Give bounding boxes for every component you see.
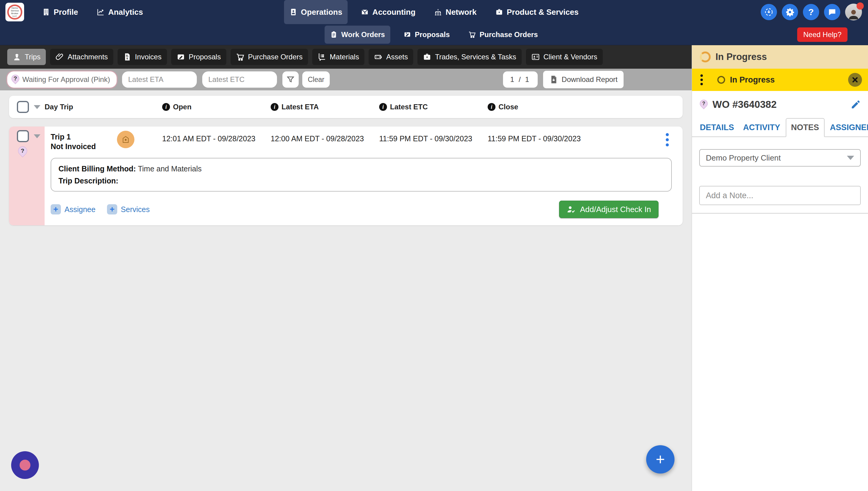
add-assignee-label: Assignee (64, 205, 95, 214)
status-kebab-menu[interactable] (698, 75, 705, 85)
trip-org-cell (117, 130, 162, 148)
column-label: Open (173, 103, 191, 111)
info-icon[interactable]: i (488, 103, 496, 111)
tab-label: Invoices (135, 53, 162, 61)
trip-description-label: Trip Description: (58, 176, 118, 185)
status-ring-icon (717, 76, 725, 84)
chevron-down-icon[interactable] (34, 134, 40, 138)
tab-label: Client & Vendors (543, 53, 597, 61)
plus-icon: + (51, 204, 61, 214)
nav-left-group: Profile Analytics (37, 3, 148, 22)
handtruck-icon (318, 53, 326, 61)
tab-label: Purchase Orders (248, 53, 303, 61)
subnav-item-proposals[interactable]: $ Proposals (398, 26, 455, 44)
edit-pencil-icon[interactable] (850, 99, 861, 110)
chevron-down-icon[interactable] (34, 105, 40, 109)
column-close[interactable]: i Close (488, 103, 596, 111)
info-icon[interactable]: i (271, 103, 279, 111)
download-report-button[interactable]: Download Report (543, 71, 623, 88)
trip-billing-box: Client Billing Method: Time and Material… (51, 158, 672, 192)
column-latest-eta[interactable]: i Latest ETA (271, 103, 379, 111)
trip-checkbox[interactable] (17, 130, 29, 142)
select-all-cell (9, 101, 45, 113)
settings-gear-icon[interactable] (782, 4, 798, 20)
column-open[interactable]: i Open (162, 103, 271, 111)
filter-toolbar: ? Waiting For Approval (Pink) Clear 1 / … (0, 69, 692, 90)
subnav-item-label: Proposals (415, 30, 450, 39)
status-header-band: In Progress (692, 45, 868, 69)
nav-item-operations[interactable]: Operations (284, 0, 347, 24)
tab-materials[interactable]: Materials (312, 49, 364, 65)
nav-item-profile[interactable]: Profile (37, 3, 83, 22)
select-all-checkbox[interactable] (17, 101, 29, 113)
tab-trips[interactable]: Trips (7, 49, 46, 65)
nav-item-label: Profile (54, 7, 78, 17)
pagination-indicator[interactable]: 1 / 1 (503, 71, 538, 88)
client-select-dropdown[interactable]: Demo Property Client (699, 149, 861, 167)
add-services-label: Services (121, 205, 150, 214)
nav-item-network[interactable]: Network (429, 0, 482, 24)
column-latest-etc[interactable]: i Latest ETC (379, 103, 488, 111)
add-fab-button[interactable]: + (646, 445, 674, 473)
tab-attachments[interactable]: Attachments (50, 49, 113, 65)
tab-invoices[interactable]: $ Invoices (117, 49, 167, 65)
timer-download-icon[interactable] (761, 4, 777, 20)
need-help-button[interactable]: Need Help? (797, 27, 847, 42)
trip-status-pin-icon: ? (16, 145, 29, 157)
tab-proposals[interactable]: Proposals (171, 49, 226, 65)
nav-item-accounting[interactable]: $ Accounting (356, 0, 421, 24)
status-filter-chip[interactable]: ? Waiting For Approval (Pink) (7, 71, 117, 88)
paperclip-icon (55, 53, 64, 61)
subnav-group: Work Orders $ Proposals Purchase Orders (325, 24, 543, 45)
download-report-label: Download Report (562, 75, 618, 84)
trip-title-cell: Trip 1 Not Invoiced (45, 130, 117, 151)
info-icon[interactable]: i (162, 103, 170, 111)
company-logo[interactable]: Demo Service Broker LLC (5, 3, 24, 21)
add-note-input[interactable] (699, 186, 861, 205)
tab-notes[interactable]: NOTES (786, 118, 824, 137)
trip-kebab-menu[interactable] (666, 130, 669, 146)
billing-method-label: Client Billing Method: (58, 165, 136, 173)
invoice-icon: $ (123, 53, 132, 61)
chat-launcher[interactable] (11, 451, 39, 479)
tab-activity[interactable]: ACTIVITY (739, 119, 784, 137)
chat-bubble-icon[interactable] (824, 4, 840, 20)
add-adjust-checkin-button[interactable]: Add/Adjust Check In (559, 201, 659, 218)
info-icon[interactable]: i (379, 103, 387, 111)
add-services-button[interactable]: + Services (107, 204, 150, 214)
tab-assets[interactable]: Assets (369, 49, 413, 65)
tab-assignee[interactable]: ASSIGNEE (827, 119, 868, 137)
clear-filters-button[interactable]: Clear (302, 71, 330, 88)
funnel-icon (286, 75, 295, 84)
close-panel-button[interactable] (848, 73, 862, 87)
user-avatar[interactable] (845, 4, 862, 21)
work-order-detail-panel: In Progress In Progress ? WO #3640382 DE… (692, 45, 868, 491)
tab-label: Attachments (67, 53, 108, 61)
org-avatar[interactable] (117, 131, 134, 148)
cart-icon (236, 53, 245, 61)
client-select-value: Demo Property Client (706, 153, 781, 163)
nav-item-product-services[interactable]: Product & Services (490, 0, 584, 24)
tab-details[interactable]: DETAILS (696, 119, 738, 137)
column-day-trip[interactable]: Day Trip (45, 103, 117, 111)
status-filter-label: Waiting For Approval (Pink) (22, 75, 110, 84)
file-download-icon (549, 75, 558, 84)
battery-icon (374, 53, 383, 61)
tab-label: Assets (386, 53, 408, 61)
subnav-item-purchase-orders[interactable]: Purchase Orders (463, 26, 543, 44)
add-assignee-button[interactable]: + Assignee (51, 204, 95, 214)
strip-controls (17, 130, 45, 142)
trip-latest-etc: 11:59 PM EDT - 09/30/2023 (379, 130, 488, 143)
tab-trades-services-tasks[interactable]: Trades, Services & Tasks (417, 49, 522, 65)
tab-label: Trades, Services & Tasks (435, 53, 516, 61)
subnav-item-work-orders[interactable]: Work Orders (325, 26, 390, 44)
nav-item-analytics[interactable]: Analytics (91, 3, 148, 22)
work-order-main: Trips Attachments $ Invoices Proposals P… (0, 45, 692, 491)
latest-etc-input[interactable] (202, 71, 277, 88)
latest-eta-input[interactable] (122, 71, 197, 88)
tab-purchase-orders[interactable]: Purchase Orders (230, 49, 308, 65)
filter-funnel-button[interactable] (282, 71, 299, 88)
help-question-icon[interactable]: ? (803, 4, 819, 20)
status-header-label: In Progress (716, 52, 767, 62)
tab-client-vendors[interactable]: Client & Vendors (526, 49, 603, 65)
